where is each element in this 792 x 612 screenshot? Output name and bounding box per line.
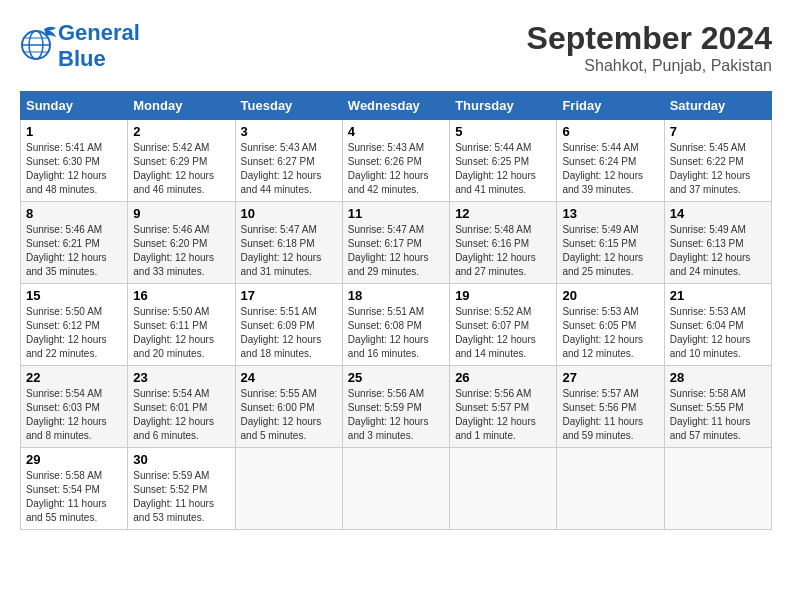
day-number: 10	[241, 206, 337, 221]
col-header-friday: Friday	[557, 92, 664, 120]
calendar-cell: 14Sunrise: 5:49 AMSunset: 6:13 PMDayligh…	[664, 202, 771, 284]
calendar-cell: 10Sunrise: 5:47 AMSunset: 6:18 PMDayligh…	[235, 202, 342, 284]
day-detail: Sunrise: 5:43 AMSunset: 6:27 PMDaylight:…	[241, 142, 322, 195]
day-detail: Sunrise: 5:53 AMSunset: 6:05 PMDaylight:…	[562, 306, 643, 359]
calendar-cell	[450, 448, 557, 530]
day-number: 3	[241, 124, 337, 139]
calendar-cell: 22Sunrise: 5:54 AMSunset: 6:03 PMDayligh…	[21, 366, 128, 448]
day-number: 11	[348, 206, 444, 221]
calendar-cell: 29Sunrise: 5:58 AMSunset: 5:54 PMDayligh…	[21, 448, 128, 530]
calendar-cell: 13Sunrise: 5:49 AMSunset: 6:15 PMDayligh…	[557, 202, 664, 284]
day-detail: Sunrise: 5:47 AMSunset: 6:18 PMDaylight:…	[241, 224, 322, 277]
calendar-cell: 21Sunrise: 5:53 AMSunset: 6:04 PMDayligh…	[664, 284, 771, 366]
day-number: 7	[670, 124, 766, 139]
calendar-cell: 25Sunrise: 5:56 AMSunset: 5:59 PMDayligh…	[342, 366, 449, 448]
day-number: 6	[562, 124, 658, 139]
logo: General Blue	[20, 20, 140, 73]
day-detail: Sunrise: 5:52 AMSunset: 6:07 PMDaylight:…	[455, 306, 536, 359]
day-detail: Sunrise: 5:54 AMSunset: 6:01 PMDaylight:…	[133, 388, 214, 441]
calendar-cell: 24Sunrise: 5:55 AMSunset: 6:00 PMDayligh…	[235, 366, 342, 448]
calendar-cell	[235, 448, 342, 530]
calendar-week-4: 22Sunrise: 5:54 AMSunset: 6:03 PMDayligh…	[21, 366, 772, 448]
calendar-cell	[342, 448, 449, 530]
day-number: 20	[562, 288, 658, 303]
day-number: 1	[26, 124, 122, 139]
calendar-cell	[664, 448, 771, 530]
day-number: 30	[133, 452, 229, 467]
day-number: 5	[455, 124, 551, 139]
calendar-cell	[557, 448, 664, 530]
calendar-week-5: 29Sunrise: 5:58 AMSunset: 5:54 PMDayligh…	[21, 448, 772, 530]
day-number: 29	[26, 452, 122, 467]
day-detail: Sunrise: 5:49 AMSunset: 6:13 PMDaylight:…	[670, 224, 751, 277]
day-detail: Sunrise: 5:49 AMSunset: 6:15 PMDaylight:…	[562, 224, 643, 277]
day-detail: Sunrise: 5:50 AMSunset: 6:12 PMDaylight:…	[26, 306, 107, 359]
day-number: 26	[455, 370, 551, 385]
day-number: 28	[670, 370, 766, 385]
calendar-cell: 30Sunrise: 5:59 AMSunset: 5:52 PMDayligh…	[128, 448, 235, 530]
calendar-cell: 9Sunrise: 5:46 AMSunset: 6:20 PMDaylight…	[128, 202, 235, 284]
day-detail: Sunrise: 5:57 AMSunset: 5:56 PMDaylight:…	[562, 388, 643, 441]
calendar-cell: 20Sunrise: 5:53 AMSunset: 6:05 PMDayligh…	[557, 284, 664, 366]
day-number: 12	[455, 206, 551, 221]
calendar-cell: 17Sunrise: 5:51 AMSunset: 6:09 PMDayligh…	[235, 284, 342, 366]
day-detail: Sunrise: 5:58 AMSunset: 5:55 PMDaylight:…	[670, 388, 751, 441]
day-number: 8	[26, 206, 122, 221]
calendar-cell: 8Sunrise: 5:46 AMSunset: 6:21 PMDaylight…	[21, 202, 128, 284]
day-number: 17	[241, 288, 337, 303]
day-detail: Sunrise: 5:51 AMSunset: 6:08 PMDaylight:…	[348, 306, 429, 359]
day-detail: Sunrise: 5:51 AMSunset: 6:09 PMDaylight:…	[241, 306, 322, 359]
day-number: 18	[348, 288, 444, 303]
day-number: 16	[133, 288, 229, 303]
day-detail: Sunrise: 5:53 AMSunset: 6:04 PMDaylight:…	[670, 306, 751, 359]
calendar-cell: 16Sunrise: 5:50 AMSunset: 6:11 PMDayligh…	[128, 284, 235, 366]
calendar-cell: 27Sunrise: 5:57 AMSunset: 5:56 PMDayligh…	[557, 366, 664, 448]
col-header-saturday: Saturday	[664, 92, 771, 120]
calendar-cell: 15Sunrise: 5:50 AMSunset: 6:12 PMDayligh…	[21, 284, 128, 366]
day-number: 25	[348, 370, 444, 385]
page-header: General Blue September 2024 Shahkot, Pun…	[20, 20, 772, 75]
col-header-tuesday: Tuesday	[235, 92, 342, 120]
day-detail: Sunrise: 5:41 AMSunset: 6:30 PMDaylight:…	[26, 142, 107, 195]
month-year: September 2024	[527, 20, 772, 57]
day-detail: Sunrise: 5:55 AMSunset: 6:00 PMDaylight:…	[241, 388, 322, 441]
day-number: 9	[133, 206, 229, 221]
calendar-cell: 18Sunrise: 5:51 AMSunset: 6:08 PMDayligh…	[342, 284, 449, 366]
calendar-cell: 26Sunrise: 5:56 AMSunset: 5:57 PMDayligh…	[450, 366, 557, 448]
col-header-thursday: Thursday	[450, 92, 557, 120]
calendar-cell: 23Sunrise: 5:54 AMSunset: 6:01 PMDayligh…	[128, 366, 235, 448]
day-number: 13	[562, 206, 658, 221]
day-detail: Sunrise: 5:48 AMSunset: 6:16 PMDaylight:…	[455, 224, 536, 277]
day-detail: Sunrise: 5:46 AMSunset: 6:21 PMDaylight:…	[26, 224, 107, 277]
location: Shahkot, Punjab, Pakistan	[527, 57, 772, 75]
day-number: 23	[133, 370, 229, 385]
calendar-cell: 1Sunrise: 5:41 AMSunset: 6:30 PMDaylight…	[21, 120, 128, 202]
day-number: 22	[26, 370, 122, 385]
day-number: 24	[241, 370, 337, 385]
day-detail: Sunrise: 5:50 AMSunset: 6:11 PMDaylight:…	[133, 306, 214, 359]
calendar-cell: 11Sunrise: 5:47 AMSunset: 6:17 PMDayligh…	[342, 202, 449, 284]
calendar-header-row: SundayMondayTuesdayWednesdayThursdayFrid…	[21, 92, 772, 120]
calendar-cell: 2Sunrise: 5:42 AMSunset: 6:29 PMDaylight…	[128, 120, 235, 202]
calendar-cell: 5Sunrise: 5:44 AMSunset: 6:25 PMDaylight…	[450, 120, 557, 202]
day-detail: Sunrise: 5:43 AMSunset: 6:26 PMDaylight:…	[348, 142, 429, 195]
calendar-cell: 19Sunrise: 5:52 AMSunset: 6:07 PMDayligh…	[450, 284, 557, 366]
day-number: 2	[133, 124, 229, 139]
day-number: 21	[670, 288, 766, 303]
day-detail: Sunrise: 5:59 AMSunset: 5:52 PMDaylight:…	[133, 470, 214, 523]
col-header-wednesday: Wednesday	[342, 92, 449, 120]
day-number: 19	[455, 288, 551, 303]
calendar-cell: 28Sunrise: 5:58 AMSunset: 5:55 PMDayligh…	[664, 366, 771, 448]
day-number: 27	[562, 370, 658, 385]
day-number: 4	[348, 124, 444, 139]
day-detail: Sunrise: 5:46 AMSunset: 6:20 PMDaylight:…	[133, 224, 214, 277]
col-header-monday: Monday	[128, 92, 235, 120]
calendar-week-1: 1Sunrise: 5:41 AMSunset: 6:30 PMDaylight…	[21, 120, 772, 202]
day-detail: Sunrise: 5:47 AMSunset: 6:17 PMDaylight:…	[348, 224, 429, 277]
calendar-cell: 3Sunrise: 5:43 AMSunset: 6:27 PMDaylight…	[235, 120, 342, 202]
calendar-cell: 4Sunrise: 5:43 AMSunset: 6:26 PMDaylight…	[342, 120, 449, 202]
calendar-cell: 6Sunrise: 5:44 AMSunset: 6:24 PMDaylight…	[557, 120, 664, 202]
calendar-cell: 7Sunrise: 5:45 AMSunset: 6:22 PMDaylight…	[664, 120, 771, 202]
day-detail: Sunrise: 5:42 AMSunset: 6:29 PMDaylight:…	[133, 142, 214, 195]
day-detail: Sunrise: 5:56 AMSunset: 5:57 PMDaylight:…	[455, 388, 536, 441]
